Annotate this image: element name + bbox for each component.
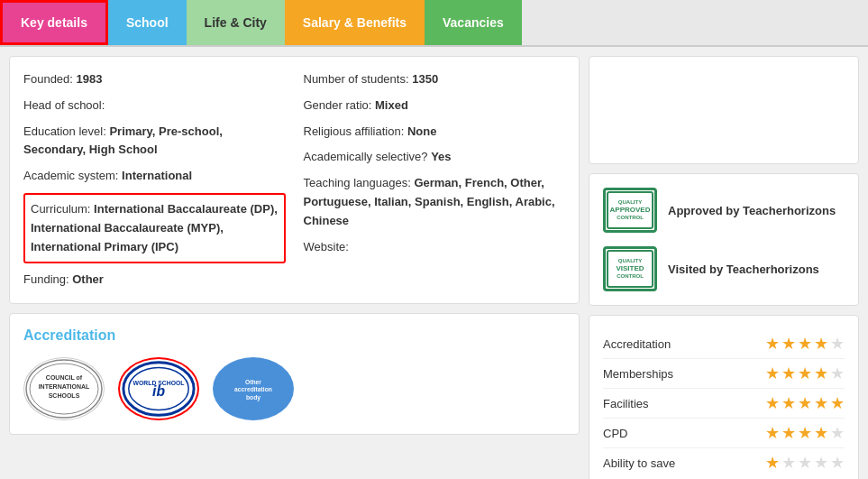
academic-label: Academic system: — [23, 169, 118, 182]
visited-badge-text: Visited by Teacherhorizons — [668, 263, 819, 276]
rating-stars: ★★★★★ — [765, 334, 845, 354]
star-icon: ★ — [798, 393, 812, 413]
education-item: Education level: Primary, Pre-school, Se… — [23, 123, 286, 161]
head-item: Head of school: — [23, 97, 286, 115]
svg-text:ib: ib — [152, 383, 165, 399]
rating-label: Memberships — [603, 367, 673, 381]
education-label: Education level: — [23, 124, 106, 138]
cis-logo: COUNCIL of INTERNATIONAL SCHOOLS — [23, 357, 105, 420]
tab-vacancies[interactable]: Vacancies — [425, 0, 522, 45]
teaching-item: Teaching languages: German, French, Othe… — [304, 174, 566, 230]
star-icon: ★ — [798, 334, 812, 354]
selective-item: Academically selective? Yes — [304, 148, 566, 167]
svg-text:COUNCIL of: COUNCIL of — [46, 374, 83, 381]
star-icon: ★ — [765, 423, 780, 443]
religious-value: None — [407, 124, 437, 138]
info-card: Founded: 1983 Head of school: Education … — [9, 56, 580, 304]
svg-text:SCHOOLS: SCHOOLS — [49, 392, 80, 399]
approved-badge-row: QUALITY APPROVED CONTROL Approved by Tea… — [603, 188, 845, 233]
rating-row: CPD★★★★★ — [603, 419, 845, 448]
star-icon: ★ — [830, 364, 845, 383]
star-icon: ★ — [814, 423, 828, 443]
founded-item: Founded: 1983 — [23, 70, 286, 89]
other-accreditation-logo: Other accreditation body — [213, 357, 294, 420]
selective-label: Academically selective? — [304, 150, 428, 163]
gender-label: Gender ratio: — [304, 98, 372, 112]
star-icon: ★ — [781, 364, 796, 383]
star-icon: ★ — [830, 393, 845, 413]
rating-stars: ★★★★★ — [765, 423, 845, 443]
rating-row: Ability to save★★★★★ — [603, 448, 845, 477]
students-item: Number of students: 1350 — [304, 70, 566, 89]
right-top-panel — [589, 56, 859, 164]
ib-logo: WORLD SCHOOL ib — [118, 357, 199, 420]
religious-item: Religious affiliation: None — [304, 123, 566, 142]
tab-life-city[interactable]: Life & City — [187, 0, 285, 45]
funding-value: Other — [72, 272, 104, 286]
svg-text:accreditation: accreditation — [234, 387, 272, 393]
ratings-section: Accreditation★★★★★Memberships★★★★★Facili… — [589, 315, 859, 479]
website-label: Website: — [304, 240, 349, 253]
svg-text:Other: Other — [245, 379, 261, 385]
rating-stars: ★★★★★ — [765, 453, 845, 473]
selective-value: Yes — [431, 150, 451, 163]
star-icon: ★ — [814, 364, 828, 383]
rating-stars: ★★★★★ — [765, 364, 845, 383]
approved-stamp-inner: QUALITY APPROVED CONTROL — [607, 191, 653, 229]
approved-stamp-top: QUALITY — [618, 199, 642, 206]
left-panel: Founded: 1983 Head of school: Education … — [9, 56, 580, 479]
rating-stars: ★★★★★ — [765, 393, 845, 413]
info-col-1: Founded: 1983 Head of school: Education … — [23, 70, 286, 290]
star-icon: ★ — [798, 423, 812, 443]
founded-label: Founded: — [23, 72, 73, 86]
funding-label: Funding: — [23, 272, 69, 286]
students-label: Number of students: — [304, 72, 409, 86]
star-icon: ★ — [765, 453, 780, 473]
main-content: Founded: 1983 Head of school: Education … — [0, 47, 868, 479]
badges-section: QUALITY APPROVED CONTROL Approved by Tea… — [589, 173, 859, 306]
star-icon: ★ — [781, 334, 796, 354]
star-icon: ★ — [830, 453, 845, 473]
info-grid: Founded: 1983 Head of school: Education … — [23, 70, 565, 290]
star-icon: ★ — [765, 393, 780, 413]
curriculum-item: Curriculum: International Baccalaureate … — [23, 193, 286, 263]
rating-label: Ability to save — [603, 456, 675, 470]
star-icon: ★ — [814, 453, 828, 473]
svg-text:INTERNATIONAL: INTERNATIONAL — [39, 383, 90, 390]
tab-school[interactable]: School — [108, 0, 187, 45]
star-icon: ★ — [830, 423, 845, 443]
curriculum-label: Curriculum: — [31, 202, 90, 216]
visited-stamp: QUALITY VISITED CONTROL — [603, 246, 657, 291]
star-icon: ★ — [814, 334, 828, 354]
approved-stamp: QUALITY APPROVED CONTROL — [603, 188, 657, 233]
info-col-2: Number of students: 1350 Gender ratio: M… — [304, 70, 566, 290]
academic-item: Academic system: International — [23, 167, 286, 186]
rating-label: Facilities — [603, 397, 649, 410]
tab-key-details[interactable]: Key details — [0, 0, 108, 45]
star-icon: ★ — [781, 423, 796, 443]
accreditation-title: Accreditation — [23, 327, 565, 344]
approved-stamp-main: APPROVED — [610, 206, 651, 215]
academic-value: International — [122, 169, 192, 182]
rating-row: Memberships★★★★★ — [603, 359, 845, 389]
star-icon: ★ — [765, 334, 780, 354]
svg-text:body: body — [246, 394, 260, 401]
accreditation-card: Accreditation COUNCIL of INTERNATIONAL S… — [9, 313, 580, 435]
approved-stamp-bottom: CONTROL — [617, 215, 644, 221]
head-label: Head of school: — [23, 98, 105, 112]
star-icon: ★ — [830, 334, 845, 354]
funding-item: Funding: Other — [23, 271, 286, 290]
rating-row: Facilities★★★★★ — [603, 389, 845, 419]
rating-row: Accreditation★★★★★ — [603, 329, 845, 359]
teaching-label: Teaching languages: — [304, 176, 411, 189]
star-icon: ★ — [798, 364, 812, 383]
visited-stamp-bottom: CONTROL — [617, 273, 644, 280]
visited-stamp-top: QUALITY — [618, 258, 642, 264]
rating-label: Accreditation — [603, 337, 671, 351]
gender-value: Mixed — [375, 98, 408, 112]
star-icon: ★ — [765, 364, 780, 383]
approved-badge-text: Approved by Teacherhorizons — [668, 204, 836, 217]
star-icon: ★ — [781, 393, 796, 413]
tab-salary[interactable]: Salary & Benefits — [285, 0, 425, 45]
star-icon: ★ — [814, 393, 828, 413]
